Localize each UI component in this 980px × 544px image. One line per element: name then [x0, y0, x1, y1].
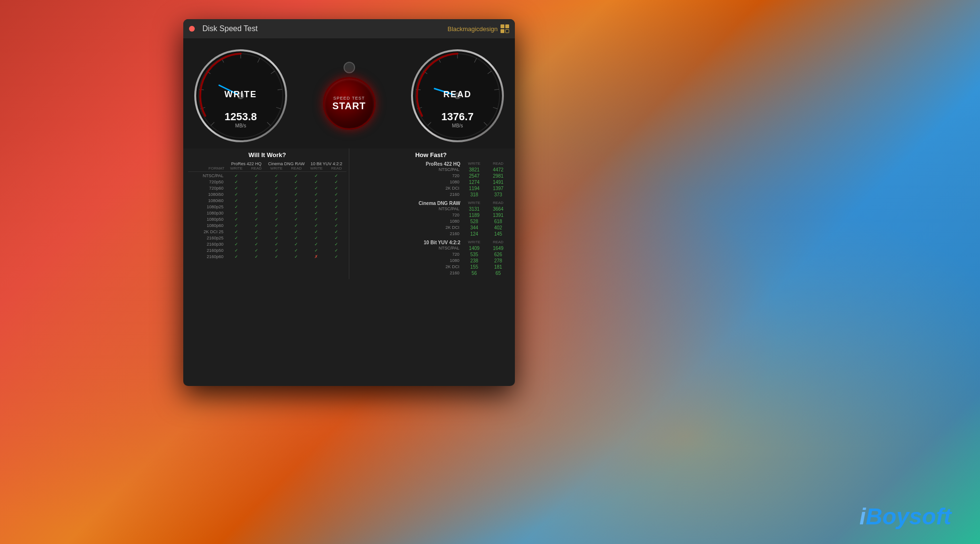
row-cell: ✓: [326, 236, 346, 240]
row-cell: ✓: [267, 242, 287, 247]
row-cell: ✓: [306, 180, 326, 184]
speed-write-value: 3821: [462, 167, 486, 172]
row-cell: ✓: [267, 229, 287, 234]
speed-read-value: 1491: [486, 180, 510, 185]
row-cell: ✓: [267, 192, 287, 197]
speed-write-value: 1189: [462, 213, 486, 218]
speed-row-label: 2160: [352, 231, 462, 237]
row-cell: ✓: [267, 211, 287, 215]
will-it-work-title: Will It Work?: [188, 148, 346, 161]
speed-read-value: 402: [486, 225, 510, 230]
speed-write-header: WRITE: [462, 201, 486, 206]
row-cell: ✓: [267, 236, 287, 240]
row-cell: ✓: [226, 173, 246, 178]
row-cell: ✓: [326, 192, 346, 197]
row-label: 1080p30: [188, 211, 226, 215]
brand-sq-1: [501, 24, 504, 28]
speed-read-header: READ: [486, 240, 510, 245]
brand-icon: [501, 24, 509, 33]
speed-write-value: 535: [462, 252, 486, 257]
speed-write-value: 3131: [462, 206, 486, 212]
subheader-write2: WRITE: [267, 166, 287, 170]
row-cell: ✓: [286, 236, 306, 240]
speed-row-label: 720: [352, 213, 462, 218]
write-gauge: WRITE 1253.8 MB/s: [193, 48, 289, 144]
row-label: 1080i60: [188, 198, 226, 203]
start-button[interactable]: SPEED TEST START: [323, 77, 376, 130]
row-cell: ✓: [286, 192, 306, 197]
speed-read-value: 1397: [486, 186, 510, 191]
speed-row: 21605665: [352, 270, 510, 276]
table-row: 720p50✓✓✓✓✓✓: [188, 179, 346, 185]
row-cell: ✓: [326, 248, 346, 253]
speed-read-value: 618: [486, 219, 510, 224]
speed-row: 2160318373: [352, 192, 510, 198]
row-cell: ✓: [267, 204, 287, 209]
row-label: 2K DCI 25: [188, 229, 226, 234]
table-row: 1080p60✓✓✓✓✓✓: [188, 222, 346, 228]
speed-group: ProRes 422 HQWRITEREADNTSC/PAL3821447272…: [352, 161, 510, 198]
row-cell: ✓: [226, 229, 246, 234]
speed-row: 108012741491: [352, 179, 510, 185]
table-row: 1080p50✓✓✓✓✓✓: [188, 216, 346, 222]
row-cell: ✓: [286, 204, 306, 209]
start-btn-top-label: SPEED TEST: [334, 96, 365, 101]
speed-group: 10 Bit YUV 4:2:2WRITEREADNTSC/PAL1409164…: [352, 240, 510, 276]
table-row: 1080p25✓✓✓✓✓✓: [188, 204, 346, 210]
speed-row: 2K DCI344402: [352, 225, 510, 231]
row-cell: ✓: [246, 204, 267, 209]
row-cell: ✓: [326, 198, 346, 203]
row-cell: ✓: [267, 198, 287, 203]
subheader-format: FORMAT: [188, 166, 226, 170]
brand-sq-3: [501, 29, 504, 33]
row-label: 720p50: [188, 180, 226, 184]
col-yuv-header: 10 Bit YUV 4:2:2: [306, 161, 346, 166]
speed-row-label: NTSC/PAL: [352, 246, 462, 251]
settings-icon[interactable]: [344, 62, 355, 73]
row-cell: ✓: [246, 186, 267, 191]
table-row: 1080i60✓✓✓✓✓✓: [188, 197, 346, 204]
row-cell: ✓: [286, 211, 306, 215]
row-cell: ✓: [326, 254, 346, 259]
row-cell: ✓: [286, 223, 306, 228]
row-cell: ✓: [226, 198, 246, 203]
row-cell: ✓: [326, 173, 346, 178]
row-cell: ✓: [267, 173, 287, 178]
speed-read-header: READ: [486, 161, 510, 167]
row-cell: ✓: [306, 236, 326, 240]
speed-row-label: NTSC/PAL: [352, 206, 462, 212]
subheader-read1: READ: [246, 166, 267, 170]
row-cell: ✓: [246, 242, 267, 247]
speed-read-value: 1391: [486, 213, 510, 218]
data-section: Will It Work? ProRes 422 HQ Cinema DNG R…: [183, 148, 515, 284]
start-btn-main-label: START: [332, 101, 366, 112]
brand-sq-2: [505, 24, 509, 28]
speed-row: 2K DCI155181: [352, 264, 510, 270]
subheader-read2: READ: [286, 166, 306, 170]
row-cell: ✓: [306, 198, 326, 203]
speed-group-title: Cinema DNG RAW: [352, 201, 462, 206]
row-cell: ✓: [306, 217, 326, 222]
row-cell: ✓: [226, 217, 246, 222]
row-cell: ✓: [326, 217, 346, 222]
row-cell: ✓: [226, 236, 246, 240]
row-cell: ✓: [286, 198, 306, 203]
speed-write-value: 56: [462, 271, 486, 276]
row-cell: ✓: [326, 223, 346, 228]
row-cell: ✓: [326, 229, 346, 234]
speed-read-value: 1649: [486, 246, 510, 251]
row-cell: ✓: [246, 254, 267, 259]
row-cell: ✓: [246, 192, 267, 197]
speed-group-title: ProRes 422 HQ: [352, 161, 462, 167]
speed-group: Cinema DNG RAWWRITEREADNTSC/PAL313136647…: [352, 201, 510, 237]
row-cell: ✓: [306, 173, 326, 178]
row-label: NTSC/PAL: [188, 173, 226, 178]
speed-write-value: 1194: [462, 186, 486, 191]
row-cell: ✓: [246, 236, 267, 240]
row-cell: ✓: [306, 248, 326, 253]
row-cell: ✗: [306, 254, 326, 259]
write-label: WRITE: [224, 90, 257, 100]
app-window: Disk Speed Test Blackmagicdesign: [183, 19, 515, 386]
row-cell: ✓: [306, 229, 326, 234]
row-cell: ✓: [267, 223, 287, 228]
